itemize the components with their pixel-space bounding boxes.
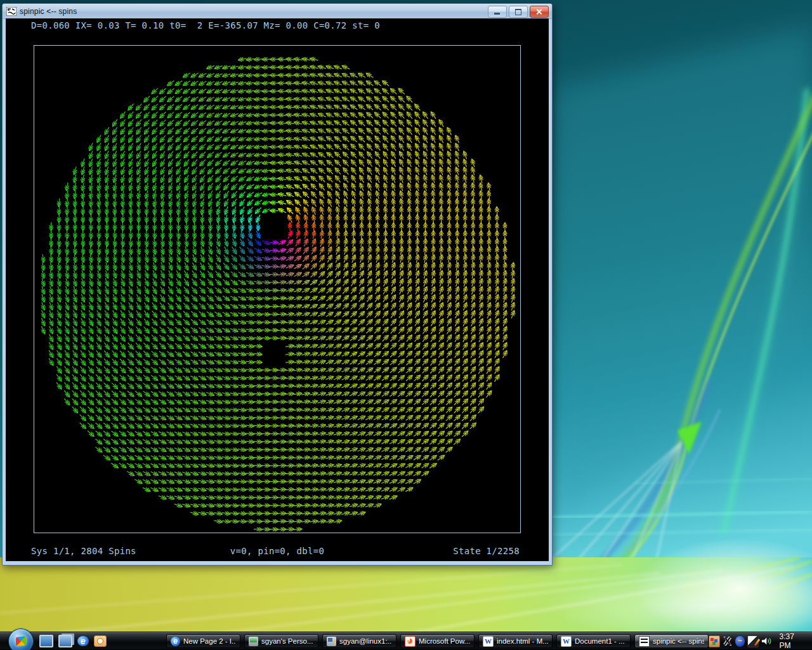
- remote-computer-icon: [249, 637, 258, 646]
- clipboard-icon[interactable]: [709, 635, 720, 647]
- internet-explorer-icon: e: [171, 637, 180, 646]
- show-desktop-icon[interactable]: [39, 635, 53, 647]
- minimize-icon: [494, 13, 500, 15]
- close-button[interactable]: [530, 6, 549, 18]
- maximize-icon: [515, 9, 521, 15]
- word-document-icon: [561, 636, 572, 647]
- spinpic-bitmap-icon: [639, 636, 650, 647]
- internet-explorer-icon[interactable]: e: [77, 636, 89, 646]
- audio-wave-icon[interactable]: ~: [735, 636, 745, 647]
- state-counter: State 1/2258: [453, 546, 520, 556]
- taskbar-button-sgyan-linux1[interactable]: sgyan@linux1:...: [322, 634, 396, 648]
- start-button[interactable]: [8, 628, 34, 650]
- journal-pen-icon[interactable]: [747, 635, 759, 647]
- taskbar-button-spinpic[interactable]: spinpic <-- spins: [634, 634, 709, 648]
- spin-vector-field: [34, 46, 520, 533]
- desktop: spinpic <-- spins D=0.060 IX= 0.03 T= 0.…: [0, 0, 812, 650]
- xming-x-icon[interactable]: X: [723, 636, 733, 647]
- maximize-button[interactable]: [509, 6, 528, 18]
- clock[interactable]: 3:37 PM: [780, 632, 806, 650]
- outlook-icon[interactable]: [94, 635, 107, 647]
- system-tray: X ~ 3:37 PM: [709, 632, 812, 650]
- putty-terminal-icon: [327, 637, 336, 646]
- taskbar-button-new-page[interactable]: e New Page 2 - I...: [166, 634, 240, 648]
- window-controls: [488, 6, 549, 18]
- spinpic-app-icon: [6, 7, 16, 16]
- taskbar-button-index-html[interactable]: index.html - M...: [478, 634, 553, 648]
- spinpic-window: spinpic <-- spins D=0.060 IX= 0.03 T= 0.…: [2, 3, 553, 566]
- switch-windows-icon[interactable]: [58, 635, 72, 647]
- status-bar: Sys 1/1, 2804 Spins v=0, pin=0, dbl=0 St…: [6, 546, 549, 557]
- spin-field-frame: [34, 45, 521, 533]
- word-document-icon: [483, 636, 494, 647]
- simulation-parameters: D=0.060 IX= 0.03 T= 0.10 t0= 2 E=-365.07…: [31, 20, 380, 30]
- window-title: spinpic <-- spins: [20, 7, 77, 16]
- minimize-button[interactable]: [488, 6, 507, 18]
- volume-icon[interactable]: [761, 636, 773, 646]
- powerpoint-icon: [405, 636, 416, 647]
- task-buttons: e New Page 2 - I... sgyan's Perso... sgy…: [166, 634, 709, 648]
- taskbar-button-document1[interactable]: Document1 - ...: [556, 634, 631, 648]
- spinpic-client-area: D=0.060 IX= 0.03 T= 0.10 t0= 2 E=-365.07…: [6, 18, 549, 561]
- quick-launch-bar: e: [39, 635, 107, 647]
- taskbar: e e New Page 2 - I... sgyan's Perso... s…: [0, 632, 812, 650]
- windows-flag-icon: [16, 636, 26, 646]
- taskbar-button-powerpoint[interactable]: Microsoft Pow...: [400, 634, 475, 648]
- window-titlebar[interactable]: spinpic <-- spins: [3, 4, 552, 19]
- taskbar-button-sgyans-perso[interactable]: sgyan's Perso...: [244, 634, 318, 648]
